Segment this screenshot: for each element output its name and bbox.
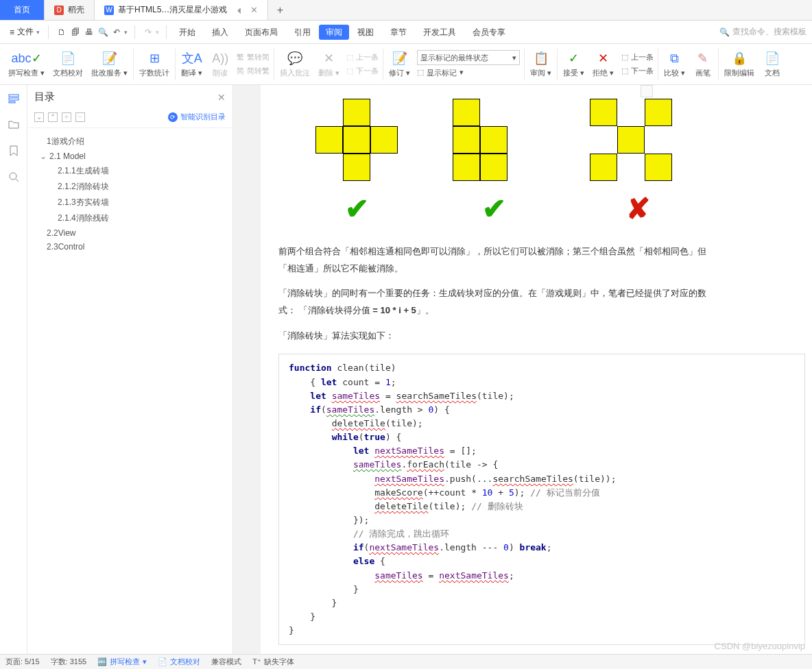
spell-status[interactable]: 🔤 拼写检查 ▾ (97, 657, 147, 667)
status-bar: 页面: 5/15 字数: 3155 🔤 拼写检查 ▾ 📄 文档校对 兼容模式 T… (0, 654, 812, 669)
svg-rect-1 (9, 98, 19, 100)
print-icon[interactable]: 🖶 (83, 26, 95, 38)
missing-font[interactable]: T⁺ 缺失字体 (252, 657, 294, 667)
delete-button: ✕删除 ▾ (314, 50, 344, 78)
minus-icon[interactable]: − (75, 112, 85, 122)
file-menu[interactable]: ≡ 文件 ▾ (5, 26, 44, 38)
page-status[interactable]: 页面: 5/15 (5, 657, 40, 667)
docpart-button[interactable]: 📄文档 (759, 50, 786, 78)
ribbon: abc✓拼写检查 ▾ 📄文档校对 📝批改服务 ▾ ⊞字数统计 文A翻译 ▾ A)… (0, 44, 812, 85)
menu-review[interactable]: 审阅 (319, 25, 349, 40)
spell-check-button[interactable]: abc✓拼写检查 ▾ (4, 50, 49, 78)
svg-rect-2 (9, 101, 15, 103)
menu-insert[interactable]: 插入 (204, 21, 237, 43)
restrict-button[interactable]: 🔒限制编辑 (720, 50, 759, 78)
saveas-icon[interactable]: 🗐 (69, 26, 82, 38)
file-label: 文件 (17, 26, 34, 38)
compare-button[interactable]: ⧉比较 ▾ (660, 50, 689, 78)
outline-icon[interactable] (7, 92, 21, 106)
svg-line-4 (16, 179, 19, 182)
compat-status[interactable]: 兼容模式 (211, 657, 241, 667)
close-icon[interactable]: ✕ (250, 5, 258, 15)
check-icon: ✔ (345, 192, 369, 226)
toc-item[interactable]: 1游戏介绍 (27, 134, 232, 149)
approve-button[interactable]: 📝批改服务 ▾ (87, 50, 132, 78)
menu-items: 开始 插入 页面布局 引用 审阅 视图 章节 开发工具 会员专享 (171, 21, 514, 43)
insert-comment-button: 💬插入批注 (276, 50, 314, 78)
chevron-down-icon[interactable]: ▾ (124, 29, 128, 36)
auto-toc-button[interactable]: ⟳智能识别目录 (168, 112, 226, 122)
change-nav[interactable]: ⬚ 上一条 ⬚ 下一条 (619, 51, 656, 77)
show-mark-button[interactable]: ⬚ 显示标记 ▾ (417, 68, 520, 78)
toc-item[interactable]: 2.1.4消除残砖 (27, 210, 232, 226)
word-count[interactable]: 字数: 3155 (51, 657, 87, 667)
menu-bar: ≡ 文件 ▾ 🗋 🗐 🖶 🔍 ↶ ▾ ↷ ▾ 开始 插入 页面布局 引用 审阅 … (0, 21, 812, 44)
review-button[interactable]: 📋审阅 ▾ (526, 50, 556, 78)
menu-view[interactable]: 视图 (349, 21, 382, 43)
tab-home[interactable]: 首页 (0, 0, 45, 20)
cross-icon: ✘ (626, 192, 650, 226)
preview-icon[interactable]: 🔍 (97, 26, 109, 38)
collapse-icon[interactable]: ⌄ (34, 112, 44, 122)
toc-item[interactable]: ⌄2.1 Model (27, 149, 232, 163)
folder-icon[interactable] (7, 118, 21, 132)
undo-icon[interactable]: ↶ (110, 26, 123, 38)
accept-button[interactable]: ✓接受 ▾ (559, 50, 588, 78)
search-icon[interactable] (7, 170, 21, 184)
menu-ref[interactable]: 引用 (286, 21, 319, 43)
tab-label: 首页 (14, 4, 30, 16)
toc-item[interactable]: 2.3Control (27, 240, 232, 254)
shape-p (453, 99, 535, 188)
toc-panel: 目录 ✕ ⌄ ⌃ + − ⟳智能识别目录 1游戏介绍 ⌄2.1 Model 2.… (27, 85, 233, 654)
close-icon[interactable]: ✕ (217, 92, 226, 103)
toc-item[interactable]: 2.1.2消除砖块 (27, 179, 232, 195)
display-mode-combo[interactable]: 显示标记的最终状态▾ (417, 50, 520, 65)
doccheck-status[interactable]: 📄 文档校对 (158, 657, 200, 667)
toc-item[interactable]: 2.1.1生成砖墙 (27, 163, 232, 179)
workspace: 目录 ✕ ⌄ ⌃ + − ⟳智能识别目录 1游戏介绍 ⌄2.1 Model 2.… (0, 85, 812, 654)
watermark: CSDN @biyezuopinvip (715, 641, 805, 651)
toc-item[interactable]: 2.2View (27, 226, 232, 240)
page: ✔ ✔ ✘ 前两个组合符合「相邻相连通相同色即可以消除」，所以它们可以被消除；第… (261, 85, 812, 654)
search-icon: 🔍 (719, 27, 730, 37)
menu-start[interactable]: 开始 (171, 21, 204, 43)
new-tab-button[interactable]: + (268, 0, 291, 20)
chevron-down-icon: ⌄ (40, 151, 47, 161)
docker-icon: D (54, 5, 64, 15)
tab-document[interactable]: W 基于HTML5…消灭星星小游戏 ⏴ ✕ (95, 0, 268, 20)
comment-nav: ⬚ 上一条 ⬚ 下一条 (344, 51, 381, 77)
shape-plus (315, 99, 398, 188)
s2t-icon: 繁 (237, 52, 244, 62)
tab-docker[interactable]: D 稻壳 (45, 0, 95, 20)
plus-icon[interactable]: + (62, 112, 71, 122)
toc-item[interactable]: 2.1.3夯实砖墙 (27, 195, 232, 210)
expand-icon[interactable]: ⌃ (48, 112, 58, 122)
paragraph: 「消除砖块」算法实现如下： (274, 324, 812, 349)
chevron-down-icon[interactable]: ▾ (156, 29, 159, 36)
toc-title: 目录 (34, 90, 55, 104)
toc-list: 1游戏介绍 ⌄2.1 Model 2.1.1生成砖墙 2.1.2消除砖块 2.1… (27, 128, 232, 654)
pen-button[interactable]: ✎画笔 (689, 50, 717, 78)
menu-chapter[interactable]: 章节 (382, 21, 415, 43)
tab-label: 基于HTML5…消灭星星小游戏 (118, 4, 227, 16)
reject-button[interactable]: ✕拒绝 ▾ (588, 50, 618, 78)
document-area[interactable]: ✔ ✔ ✘ 前两个组合符合「相邻相连通相同色即可以消除」，所以它们可以被消除；第… (233, 85, 812, 654)
redo-icon[interactable]: ↷ (142, 26, 154, 38)
shapes-row (274, 92, 812, 192)
chevron-down-icon: ▾ (512, 53, 516, 62)
wordcount-button[interactable]: ⊞字数统计 (135, 50, 174, 78)
save-icon[interactable]: 🗋 (56, 26, 68, 38)
menu-layout[interactable]: 页面布局 (237, 21, 286, 43)
svg-point-3 (10, 173, 16, 180)
bookmark-icon[interactable] (7, 144, 21, 158)
svg-rect-0 (9, 95, 19, 97)
hamburger-icon: ≡ (10, 27, 14, 37)
chevron-down-icon: ▾ (36, 29, 40, 36)
translate-button[interactable]: 文A翻译 ▾ (177, 50, 206, 78)
menu-vip[interactable]: 会员专享 (464, 21, 514, 43)
track-button[interactable]: 📝修订 ▾ (385, 50, 414, 78)
menu-devtools[interactable]: 开发工具 (415, 21, 464, 43)
pin-icon[interactable]: ⏴ (235, 5, 243, 15)
command-search[interactable]: 🔍 查找命令、搜索模板 (719, 26, 807, 38)
doc-check-button[interactable]: 📄文档校对 (49, 50, 87, 78)
